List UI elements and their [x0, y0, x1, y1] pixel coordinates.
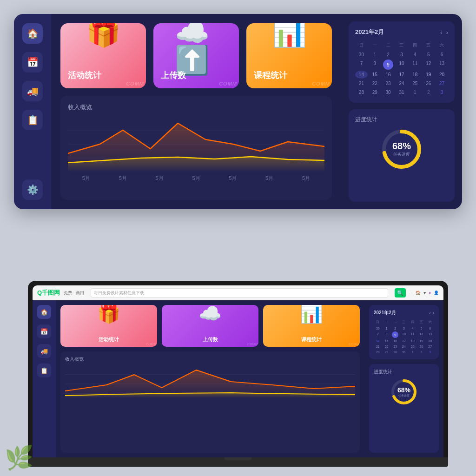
laptop-stat-upload[interactable]: ☁️ 上传数 COMM	[162, 305, 258, 347]
laptop-course-label: 课程统计	[267, 336, 356, 343]
lc-d[interactable]: 18	[409, 338, 417, 344]
cal-day[interactable]: 13	[436, 60, 448, 70]
cal-day[interactable]: 12	[422, 60, 435, 70]
lc-d[interactable]: 31	[400, 350, 408, 355]
laptop-stat-activity[interactable]: 🎁 活动统计 COMM	[60, 305, 157, 347]
laptop-sidebar-calendar[interactable]: 📅	[37, 324, 51, 338]
lc-d[interactable]: 30	[391, 350, 399, 355]
laptop-next-month[interactable]: ›	[433, 311, 434, 316]
lc-d[interactable]: 12	[417, 331, 426, 338]
cal-day[interactable]: 30	[382, 88, 395, 96]
stat-card-upload[interactable]: ☁️⬆️ 上传数 COMM	[153, 23, 239, 88]
lc-d[interactable]: 1	[409, 350, 417, 355]
lc-d[interactable]: 24	[400, 344, 408, 349]
lc-d[interactable]: 30	[374, 326, 382, 331]
lc-d[interactable]: 15	[383, 338, 391, 344]
lc-d[interactable]: 11	[409, 331, 417, 338]
lc-d[interactable]: 1	[383, 326, 391, 331]
cal-day[interactable]: 4	[409, 51, 421, 59]
laptop-prev-month[interactable]: ‹	[429, 311, 430, 316]
lc-d[interactable]: 29	[383, 350, 391, 355]
cal-day[interactable]: 3	[396, 51, 408, 59]
lc-d[interactable]: 23	[391, 344, 399, 349]
cal-day[interactable]: 18	[409, 71, 421, 79]
cal-day[interactable]: 26	[422, 79, 435, 87]
cal-day[interactable]: 2	[422, 88, 435, 96]
lc-d[interactable]: 16	[391, 338, 399, 344]
cal-day[interactable]: 15	[369, 71, 381, 79]
stat-card-activity[interactable]: 🎁 活动统计 COMM	[60, 23, 146, 88]
sidebar-calendar[interactable]: 📅	[22, 52, 43, 73]
cal-day[interactable]: 6	[436, 51, 448, 59]
cal-day[interactable]: 1	[409, 88, 421, 96]
lc-d[interactable]: 8	[383, 331, 391, 338]
cal-day[interactable]: 30	[355, 51, 368, 59]
nav-corp-vip[interactable]: ♦	[429, 291, 431, 295]
lc-d[interactable]: 2	[417, 350, 426, 355]
lc-d[interactable]: 27	[426, 344, 434, 349]
lc-d[interactable]: 28	[374, 350, 382, 355]
cal-day[interactable]: 1	[369, 51, 381, 59]
laptop-sidebar-delivery[interactable]: 🚚	[37, 344, 51, 358]
sidebar-settings[interactable]: ⚙️	[22, 179, 43, 200]
lc-d[interactable]: 20	[426, 338, 434, 344]
cal-day[interactable]: 31	[396, 88, 408, 96]
cal-day[interactable]: 14	[355, 71, 368, 79]
cal-day[interactable]: 27	[436, 79, 448, 87]
laptop-stat-course[interactable]: 📊 课程统计 COMM	[263, 305, 360, 347]
cal-day[interactable]: 10	[396, 60, 408, 70]
laptop-sidebar-home[interactable]: 🏠	[37, 305, 51, 319]
browser-search-button[interactable]: 🔍	[395, 288, 406, 298]
chart-labels: 5月 5月 5月 5月 5月 5月 5月	[68, 175, 324, 182]
lc-d[interactable]: 6	[426, 326, 434, 331]
lc-d[interactable]: 17	[400, 338, 408, 344]
lc-h: 五	[417, 319, 426, 325]
cal-day[interactable]: 20	[436, 71, 448, 79]
sidebar-home[interactable]: 🏠	[22, 23, 43, 44]
lc-d[interactable]: 13	[426, 331, 434, 338]
stat-card-course[interactable]: 📊 课程统计 COMM	[246, 23, 332, 88]
lc-d[interactable]: 26	[417, 344, 426, 349]
cal-day[interactable]: 19	[422, 71, 435, 79]
lc-d[interactable]: 4	[409, 326, 417, 331]
cal-day[interactable]: 5	[422, 51, 435, 59]
cal-day[interactable]: 25	[409, 79, 421, 87]
sidebar-document[interactable]: 📋	[22, 110, 43, 130]
nav-more[interactable]: ···	[410, 291, 413, 295]
nav-create[interactable]: 🏠	[416, 291, 421, 295]
nav-vip[interactable]: ♥	[423, 291, 426, 295]
nav-msg[interactable]: 👤	[434, 291, 439, 295]
lc-h: 六	[426, 319, 434, 325]
cal-day[interactable]: 3	[436, 88, 448, 96]
cal-day[interactable]: 21	[355, 79, 368, 87]
lc-d[interactable]: 3	[426, 350, 434, 355]
lc-d[interactable]: 5	[417, 326, 426, 331]
cal-day-today[interactable]: 9	[383, 60, 393, 70]
lc-d[interactable]: 2	[391, 326, 399, 331]
cal-day[interactable]: 22	[369, 79, 381, 87]
sidebar-delivery[interactable]: 🚚	[22, 81, 43, 101]
cal-day[interactable]: 11	[409, 60, 421, 70]
lc-d[interactable]: 14	[374, 338, 382, 344]
cal-day[interactable]: 2	[382, 51, 395, 59]
lc-d[interactable]: 7	[374, 331, 382, 338]
lc-d[interactable]: 3	[400, 326, 408, 331]
cal-day[interactable]: 29	[369, 88, 381, 96]
lc-d-today[interactable]: 9	[392, 331, 398, 338]
cal-day[interactable]: 16	[382, 71, 395, 79]
cal-day[interactable]: 24	[396, 79, 408, 87]
lc-d[interactable]: 25	[409, 344, 417, 349]
lc-d[interactable]: 22	[383, 344, 391, 349]
cal-day[interactable]: 28	[355, 88, 368, 96]
lc-d[interactable]: 10	[400, 331, 408, 338]
lc-d[interactable]: 21	[374, 344, 382, 349]
cal-day[interactable]: 7	[355, 60, 368, 70]
cal-day[interactable]: 8	[369, 60, 381, 70]
cal-day[interactable]: 23	[382, 79, 395, 87]
prev-month-btn[interactable]: ‹	[440, 29, 442, 36]
next-month-btn[interactable]: ›	[446, 29, 448, 36]
laptop-sidebar: 🏠 📅 🚚 📋	[33, 300, 56, 457]
laptop-sidebar-document[interactable]: 📋	[37, 364, 51, 377]
cal-day[interactable]: 17	[396, 71, 408, 79]
lc-d[interactable]: 19	[417, 338, 426, 344]
